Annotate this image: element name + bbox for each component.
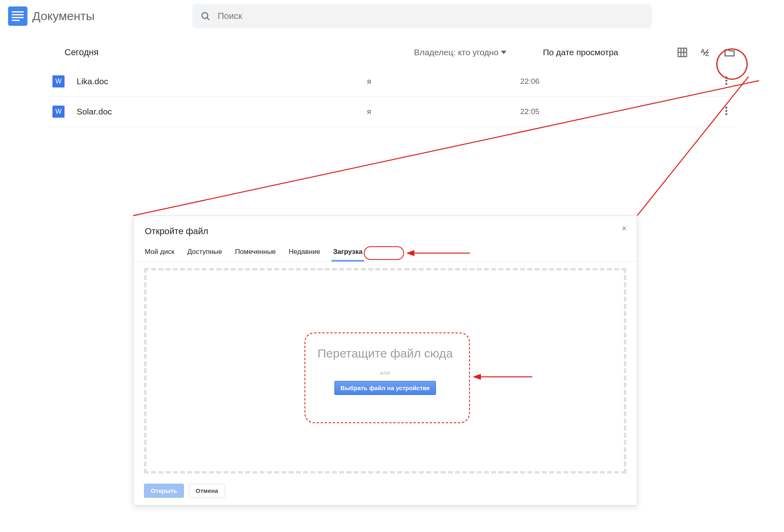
word-doc-icon: W xyxy=(52,106,65,118)
grid-view-icon[interactable] xyxy=(677,47,688,58)
tab-upload[interactable]: Загрузка xyxy=(333,244,363,262)
svg-point-13 xyxy=(726,113,728,115)
app-header: Документы xyxy=(0,0,784,32)
document-row[interactable]: W Lika.doc я 22:06 xyxy=(48,66,736,97)
close-icon[interactable]: × xyxy=(621,223,627,234)
dialog-title: Откройте файл xyxy=(133,224,637,244)
document-date: 22:05 xyxy=(520,107,717,116)
tab-recent[interactable]: Недавние xyxy=(289,244,320,262)
word-doc-icon: W xyxy=(52,75,65,87)
open-file-dialog: Откройте файл × Мой диск Доступные Помеч… xyxy=(133,216,637,505)
svg-text:Z: Z xyxy=(705,50,709,57)
chevron-down-icon xyxy=(501,50,507,55)
svg-point-10 xyxy=(726,83,728,85)
more-options-icon[interactable] xyxy=(717,76,736,87)
tab-shared[interactable]: Доступные xyxy=(187,244,222,262)
tab-my-drive[interactable]: Мой диск xyxy=(145,244,174,262)
dropzone-or: или xyxy=(380,369,390,376)
svg-point-0 xyxy=(202,12,208,19)
search-icon xyxy=(200,11,211,21)
document-owner: я xyxy=(367,77,520,86)
tab-starred[interactable]: Помеченные xyxy=(235,244,276,262)
file-dropzone[interactable]: Перетащите файл сюда или Выбрать файл на… xyxy=(144,268,626,474)
document-name: Lika.doc xyxy=(77,77,367,86)
section-heading: Сегодня xyxy=(65,47,98,58)
select-file-button[interactable]: Выбрать файл на устройстве xyxy=(334,381,436,395)
document-row[interactable]: W Solar.doc я 22:05 xyxy=(48,97,736,127)
document-date: 22:06 xyxy=(520,77,717,86)
dialog-tabs: Мой диск Доступные Помеченные Недавние З… xyxy=(133,244,637,262)
owner-filter-dropdown[interactable]: Владелец: кто угодно xyxy=(414,48,507,57)
svg-point-12 xyxy=(726,110,728,112)
document-name: Solar.doc xyxy=(77,107,367,116)
docs-logo-icon xyxy=(8,6,27,26)
document-owner: я xyxy=(367,107,520,116)
dropzone-text: Перетащите файл сюда xyxy=(317,347,453,360)
svg-point-9 xyxy=(726,80,728,82)
svg-point-11 xyxy=(726,107,728,109)
search-box[interactable] xyxy=(192,4,652,28)
search-input[interactable] xyxy=(218,11,644,21)
cancel-button[interactable]: Отмена xyxy=(189,484,225,498)
more-options-icon[interactable] xyxy=(717,106,736,117)
app-title: Документы xyxy=(32,9,95,23)
sort-label[interactable]: По дате просмотра xyxy=(543,48,618,57)
sort-az-icon[interactable]: AZ xyxy=(700,47,711,58)
document-list: W Lika.doc я 22:06 W Solar.doc я 22:05 xyxy=(0,66,784,127)
svg-line-1 xyxy=(207,18,209,20)
open-button[interactable]: Открыть xyxy=(144,484,184,498)
toolbar: Сегодня Владелец: кто угодно По дате про… xyxy=(0,32,784,66)
svg-point-8 xyxy=(726,77,728,79)
folder-open-icon[interactable] xyxy=(724,46,736,58)
owner-filter-label: Владелец: кто угодно xyxy=(414,48,499,57)
